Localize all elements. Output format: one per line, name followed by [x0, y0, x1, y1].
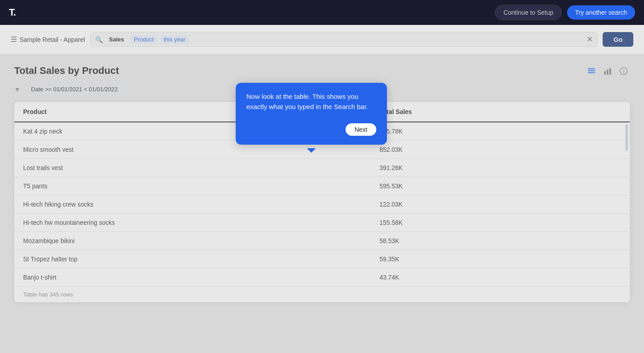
tooltip-next-button[interactable]: Next: [346, 123, 376, 136]
cell-sales: 58.53K: [370, 232, 630, 250]
search-tag-year: this year: [160, 35, 189, 44]
svg-text:i: i: [623, 69, 624, 74]
search-input-section[interactable]: 🔍 Sales Product this year ✕: [90, 32, 597, 47]
table-row: Mozambique bikini 58.53K: [14, 232, 630, 250]
cell-sales: 391.26K: [370, 159, 630, 177]
cell-product: St Tropez halter top: [14, 250, 370, 268]
filter-icon: ▼: [14, 86, 20, 93]
table-row: T5 pants 595.53K: [14, 177, 630, 195]
cell-product: Banjo t-shirt: [14, 268, 370, 287]
chart-view-icon-button[interactable]: [601, 65, 614, 80]
page-title: Total Sales by Product: [14, 65, 630, 77]
search-icon: 🔍: [95, 36, 103, 43]
tooltip-text: Now look at the table. This shows you ex…: [246, 93, 368, 110]
toolbar-icons: i: [585, 65, 630, 80]
cell-product: Lost trails vest: [14, 159, 370, 177]
try-another-search-button[interactable]: Try another search: [567, 5, 635, 20]
search-tag-product: Product: [130, 35, 157, 44]
datasource-name: Sample Retail - Apparel: [20, 36, 85, 43]
go-button[interactable]: Go: [603, 32, 633, 47]
main-area: ☰ Sample Retail - Apparel 🔍 Sales Produc…: [0, 25, 644, 353]
svg-rect-0: [588, 68, 595, 69]
logo-icon: T.: [9, 7, 16, 18]
table-row: Banjo t-shirt 43.74K: [14, 268, 630, 287]
table-row: Hi-tech hiking crew socks 122.03K: [14, 195, 630, 214]
cell-sales: 122.03K: [370, 195, 630, 214]
svg-rect-2: [588, 72, 595, 73]
cell-sales: 59.35K: [370, 250, 630, 268]
list-icon: ☰: [11, 35, 17, 44]
cell-product: Hi-tech hiking crew socks: [14, 195, 370, 214]
cell-sales: 155.58K: [370, 214, 630, 232]
scroll-indicator: [625, 124, 628, 151]
filter-tag-date[interactable]: Date >= 01/01/2021 < 01/01/2022: [25, 84, 124, 95]
cell-sales: 852.03K: [370, 141, 630, 159]
table-row: St Tropez halter top 59.35K: [14, 250, 630, 268]
cell-sales: 675.78K: [370, 122, 630, 141]
search-clear-button[interactable]: ✕: [587, 35, 592, 44]
tooltip-bubble: Now look at the table. This shows you ex…: [236, 83, 387, 145]
cell-product: Hi-tech hw mountaineering socks: [14, 214, 370, 232]
table-footer: Table has 345 rows: [14, 286, 630, 302]
cell-product: T5 pants: [14, 177, 370, 195]
info-icon-button[interactable]: i: [617, 65, 630, 80]
table-row: Hi-tech hw mountaineering socks 155.58K: [14, 214, 630, 232]
cell-sales: 595.53K: [370, 177, 630, 195]
logo: T.: [9, 7, 16, 18]
search-tag-sales: Sales: [105, 35, 128, 44]
top-bar-actions: Continue to Setup Try another search: [495, 5, 635, 20]
search-bar-area: ☰ Sample Retail - Apparel 🔍 Sales Produc…: [0, 25, 644, 54]
table-view-icon-button[interactable]: [585, 65, 598, 80]
top-navigation-bar: T. Continue to Setup Try another search: [0, 0, 644, 25]
table-row: Lost trails vest 391.26K: [14, 159, 630, 177]
svg-rect-5: [609, 68, 611, 75]
col-header-sales: Total Sales: [370, 102, 630, 122]
svg-rect-1: [588, 70, 595, 72]
svg-rect-4: [607, 69, 608, 75]
continue-to-setup-button[interactable]: Continue to Setup: [495, 5, 562, 20]
datasource-selector[interactable]: ☰ Sample Retail - Apparel: [11, 35, 85, 44]
svg-rect-3: [604, 71, 606, 75]
cell-product: Mozambique bikini: [14, 232, 370, 250]
cell-sales: 43.74K: [370, 268, 630, 287]
